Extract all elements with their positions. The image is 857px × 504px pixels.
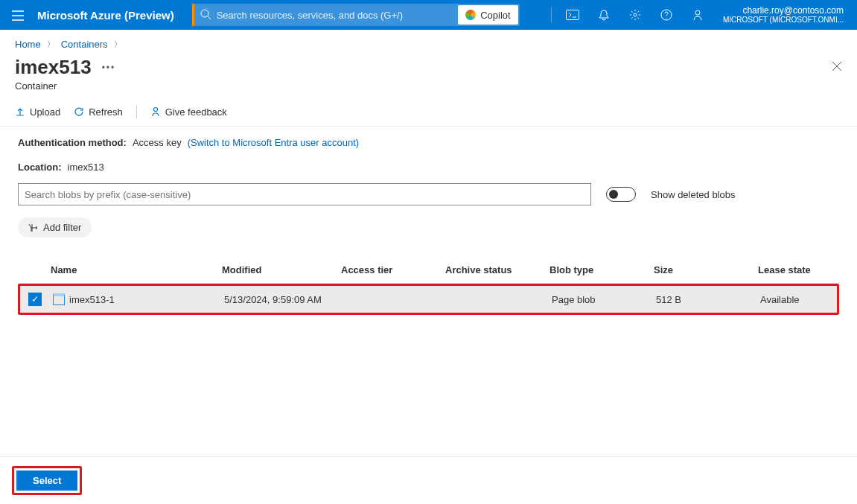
highlighted-row-frame: ✓ imex513-1 5/13/2024, 9:59:09 AM Page b…: [18, 284, 839, 315]
auth-method-value: Access key: [133, 137, 182, 148]
location-value: imex513: [68, 162, 104, 173]
col-name[interactable]: Name: [48, 264, 219, 275]
cell-modified: 5/13/2024, 9:59:09 AM: [221, 294, 340, 305]
col-archive-status[interactable]: Archive status: [442, 264, 547, 275]
search-input[interactable]: [217, 4, 457, 26]
page-subtitle: Container: [0, 79, 857, 99]
chevron-right-icon: 〉: [114, 39, 122, 50]
auth-method-row: Authentication method: Access key (Switc…: [0, 127, 857, 151]
more-menu[interactable]: •••: [102, 63, 116, 73]
table-header: Name Modified Access tier Archive status…: [18, 257, 839, 284]
col-modified[interactable]: Modified: [219, 264, 338, 275]
add-filter-button[interactable]: Add filter: [18, 217, 92, 237]
blob-search-input[interactable]: [18, 183, 591, 205]
chevron-right-icon: 〉: [47, 39, 55, 50]
account-org: MICROSOFT (MICROSOFT.ONMI...: [723, 16, 844, 24]
refresh-label: Refresh: [89, 106, 123, 118]
col-blob-type[interactable]: Blob type: [547, 264, 651, 275]
select-button[interactable]: Select: [16, 470, 77, 491]
close-button[interactable]: [832, 61, 842, 74]
location-row: Location: imex513: [0, 151, 857, 176]
hamburger-icon[interactable]: [6, 9, 30, 21]
settings-icon[interactable]: [622, 0, 649, 30]
cell-lease-state: Available: [757, 294, 837, 305]
cloud-shell-icon[interactable]: [559, 0, 586, 30]
add-filter-label: Add filter: [43, 222, 81, 233]
account-email: charlie.roy@contoso.com: [723, 6, 844, 16]
top-header: Microsoft Azure (Preview) Copilot charli…: [0, 0, 857, 30]
show-deleted-label: Show deleted blobs: [651, 189, 735, 200]
col-access-tier[interactable]: Access tier: [338, 264, 442, 275]
cell-size: 512 B: [653, 294, 757, 305]
toolbar: Upload Refresh Give feedback: [0, 99, 857, 127]
copilot-icon: [465, 10, 476, 20]
blob-table: Name Modified Access tier Archive status…: [18, 257, 839, 315]
refresh-button[interactable]: Refresh: [74, 106, 123, 118]
svg-point-2: [634, 13, 637, 16]
breadcrumb-home[interactable]: Home: [15, 39, 41, 50]
auth-method-label: Authentication method:: [18, 137, 127, 148]
switch-auth-link[interactable]: (Switch to Microsoft Entra user account): [188, 137, 359, 148]
col-lease-state[interactable]: Lease state: [755, 264, 839, 275]
upload-button[interactable]: Upload: [15, 106, 60, 118]
page-title: imex513: [15, 56, 92, 79]
footer-bar: Select: [0, 456, 857, 504]
col-size[interactable]: Size: [651, 264, 755, 275]
feedback-label: Give feedback: [165, 106, 227, 118]
breadcrumb: Home 〉 Containers 〉: [0, 30, 857, 50]
file-icon: [53, 293, 65, 305]
feedback-button[interactable]: Give feedback: [150, 106, 227, 118]
copilot-label: Copilot: [480, 10, 510, 21]
feedback-icon[interactable]: [684, 0, 711, 30]
upload-label: Upload: [30, 106, 60, 118]
select-highlight-frame: Select: [12, 466, 82, 495]
cell-blob-type: Page blob: [549, 294, 653, 305]
location-label: Location:: [18, 162, 62, 173]
global-search[interactable]: Copilot: [192, 4, 520, 26]
breadcrumb-containers[interactable]: Containers: [61, 39, 108, 50]
row-checkbox[interactable]: ✓: [28, 293, 42, 306]
svg-rect-1: [566, 10, 579, 20]
help-icon[interactable]: [653, 0, 680, 30]
svg-point-5: [153, 108, 157, 112]
cell-name: imex513-1: [50, 293, 221, 305]
show-deleted-toggle[interactable]: [606, 187, 636, 202]
copilot-button[interactable]: Copilot: [458, 5, 517, 25]
brand-title[interactable]: Microsoft Azure (Preview): [34, 9, 182, 22]
account-menu[interactable]: charlie.roy@contoso.com MICROSOFT (MICRO…: [716, 6, 851, 24]
svg-point-0: [201, 10, 208, 17]
notifications-icon[interactable]: [590, 0, 617, 30]
table-row[interactable]: ✓ imex513-1 5/13/2024, 9:59:09 AM Page b…: [20, 286, 837, 313]
search-icon: [194, 9, 217, 22]
svg-point-4: [695, 10, 700, 15]
